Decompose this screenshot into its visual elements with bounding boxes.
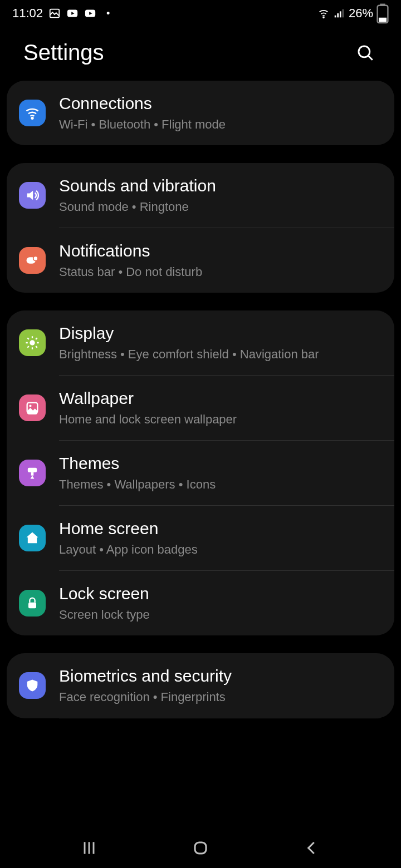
svg-rect-7 bbox=[342, 9, 344, 18]
svg-line-21 bbox=[27, 338, 29, 339]
row-title: Themes bbox=[59, 454, 382, 474]
settings-item-display[interactable]: DisplayBrightness • Eye comfort shield •… bbox=[7, 310, 394, 375]
row-title: Sounds and vibration bbox=[59, 176, 382, 196]
svg-point-3 bbox=[323, 17, 324, 18]
settings-item-themes[interactable]: ThemesThemes • Wallpapers • Icons bbox=[7, 441, 394, 505]
header: Settings bbox=[0, 27, 401, 81]
settings-item-connections[interactable]: ConnectionsWi-Fi • Bluetooth • Flight mo… bbox=[7, 81, 394, 145]
svg-point-26 bbox=[29, 405, 31, 407]
row-subtitle: Home and lock screen wallpaper bbox=[59, 412, 382, 427]
youtube-icon bbox=[66, 7, 79, 19]
svg-line-12 bbox=[368, 55, 373, 60]
row-subtitle: Face recognition • Fingerprints bbox=[59, 689, 382, 705]
nav-bar bbox=[0, 828, 401, 868]
settings-item-notifications[interactable]: NotificationsStatus bar • Do not disturb bbox=[7, 228, 394, 293]
row-text: NotificationsStatus bar • Do not disturb bbox=[59, 241, 382, 279]
row-title: Home screen bbox=[59, 519, 382, 539]
svg-point-13 bbox=[32, 117, 33, 119]
row-text: Home screenLayout • App icon badges bbox=[59, 519, 382, 557]
signal-icon bbox=[333, 7, 345, 19]
wifi-status-icon bbox=[317, 7, 330, 19]
settings-item-biometrics[interactable]: Biometrics and securityFace recognition … bbox=[7, 653, 394, 718]
page-title: Settings bbox=[23, 40, 104, 65]
row-subtitle: Brightness • Eye comfort shield • Naviga… bbox=[59, 347, 382, 362]
sounds-icon bbox=[19, 182, 46, 209]
row-text: ThemesThemes • Wallpapers • Icons bbox=[59, 454, 382, 492]
home-icon bbox=[19, 525, 46, 551]
connections-icon bbox=[19, 100, 46, 126]
svg-rect-28 bbox=[31, 472, 34, 476]
svg-line-22 bbox=[36, 346, 37, 348]
svg-line-23 bbox=[27, 346, 29, 348]
search-icon bbox=[356, 43, 375, 62]
row-text: Sounds and vibrationSound mode • Rington… bbox=[59, 176, 382, 214]
recents-button[interactable] bbox=[56, 832, 123, 864]
display-icon bbox=[19, 329, 46, 356]
notifications-icon bbox=[19, 247, 46, 274]
search-button[interactable] bbox=[353, 41, 378, 65]
row-title: Biometrics and security bbox=[59, 667, 382, 686]
row-subtitle: Themes • Wallpapers • Icons bbox=[59, 477, 382, 492]
divider bbox=[59, 718, 394, 718]
battery-icon bbox=[376, 7, 389, 19]
row-subtitle: Layout • App icon badges bbox=[59, 542, 382, 558]
gallery-icon bbox=[48, 7, 61, 19]
settings-card: Sounds and vibrationSound mode • Rington… bbox=[7, 163, 394, 293]
row-subtitle: Sound mode • Ringtone bbox=[59, 199, 382, 215]
status-right: 26% bbox=[317, 6, 389, 21]
row-text: Biometrics and securityFace recognition … bbox=[59, 667, 382, 704]
row-subtitle: Wi-Fi • Bluetooth • Flight mode bbox=[59, 117, 382, 132]
wallpaper-icon bbox=[19, 394, 46, 421]
svg-point-16 bbox=[30, 340, 35, 345]
biometrics-icon bbox=[19, 672, 46, 699]
recents-icon bbox=[80, 839, 98, 857]
row-title: Notifications bbox=[59, 241, 382, 261]
row-title: Connections bbox=[59, 94, 382, 114]
settings-item-lock[interactable]: Lock screenScreen lock type bbox=[7, 571, 394, 635]
row-text: ConnectionsWi-Fi • Bluetooth • Flight mo… bbox=[59, 94, 382, 132]
status-bar: 11:02 • 26% bbox=[0, 0, 401, 27]
row-text: WallpaperHome and lock screen wallpaper bbox=[59, 389, 382, 427]
row-title: Display bbox=[59, 324, 382, 343]
settings-card: DisplayBrightness • Eye comfort shield •… bbox=[7, 310, 394, 635]
svg-rect-29 bbox=[28, 603, 36, 609]
settings-content: ConnectionsWi-Fi • Bluetooth • Flight mo… bbox=[0, 81, 401, 718]
row-title: Lock screen bbox=[59, 584, 382, 604]
svg-rect-5 bbox=[337, 13, 339, 17]
svg-point-11 bbox=[359, 46, 370, 57]
svg-rect-4 bbox=[335, 16, 336, 18]
svg-rect-10 bbox=[379, 18, 387, 22]
youtube-icon bbox=[84, 7, 96, 19]
row-title: Wallpaper bbox=[59, 389, 382, 408]
home-nav-icon bbox=[192, 840, 209, 856]
status-time: 11:02 bbox=[12, 6, 43, 21]
svg-point-15 bbox=[33, 256, 38, 260]
settings-card: ConnectionsWi-Fi • Bluetooth • Flight mo… bbox=[7, 81, 394, 145]
lock-icon bbox=[19, 590, 46, 617]
battery-percent: 26% bbox=[349, 6, 373, 21]
themes-icon bbox=[19, 460, 46, 486]
row-subtitle: Status bar • Do not disturb bbox=[59, 264, 382, 280]
svg-rect-27 bbox=[28, 468, 37, 472]
back-button[interactable] bbox=[278, 832, 345, 864]
settings-item-home[interactable]: Home screenLayout • App icon badges bbox=[7, 506, 394, 570]
back-icon bbox=[304, 840, 320, 856]
svg-rect-6 bbox=[340, 11, 341, 17]
status-left: 11:02 • bbox=[12, 6, 114, 21]
svg-line-24 bbox=[36, 338, 37, 339]
row-text: Lock screenScreen lock type bbox=[59, 584, 382, 622]
row-text: DisplayBrightness • Eye comfort shield •… bbox=[59, 324, 382, 362]
home-button[interactable] bbox=[167, 832, 234, 864]
svg-rect-33 bbox=[195, 842, 206, 854]
more-icon: • bbox=[102, 7, 114, 19]
settings-card: Biometrics and securityFace recognition … bbox=[7, 653, 394, 718]
settings-item-sounds[interactable]: Sounds and vibrationSound mode • Rington… bbox=[7, 163, 394, 228]
row-subtitle: Screen lock type bbox=[59, 607, 382, 623]
settings-item-wallpaper[interactable]: WallpaperHome and lock screen wallpaper bbox=[7, 376, 394, 440]
